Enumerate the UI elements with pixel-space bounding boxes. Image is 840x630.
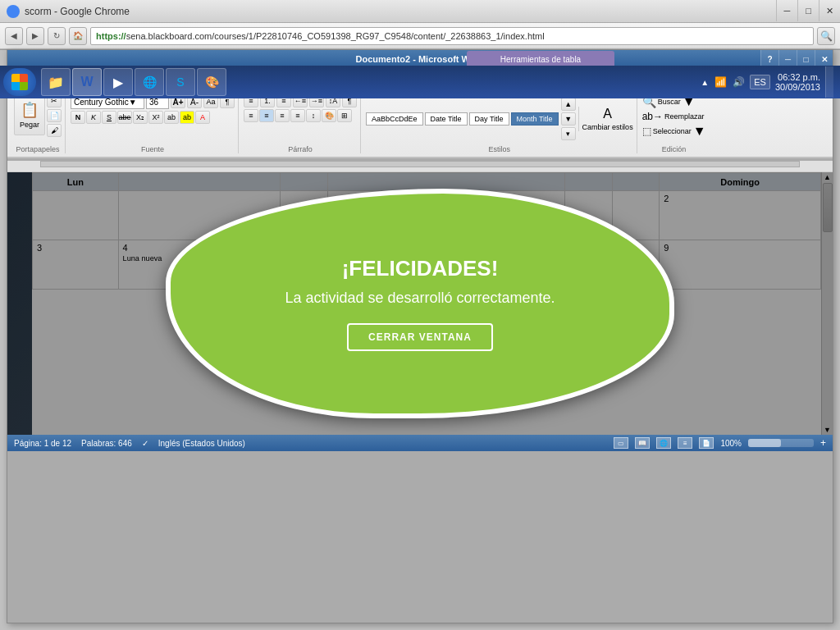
browser-toolbar: ◀ ▶ ↻ 🏠 https:// sena.blackboard.com/cou… — [0, 23, 840, 49]
start-button[interactable] — [3, 68, 36, 96]
statusbar-language: Inglés (Estados Unidos) — [158, 439, 245, 448]
tray-arrow[interactable]: ▲ — [701, 78, 709, 87]
paint-icon: 🎨 — [205, 75, 219, 89]
taskbar: 📁 W ▶ 🌐 S 🎨 ▲ 📶 🔊 ES 06:32 p.m — [0, 66, 840, 98]
justify-button[interactable]: ≡ — [290, 109, 305, 122]
borders-button[interactable]: ⊞ — [337, 109, 352, 122]
taskbar-tray: ▲ 📶 🔊 ES 06:32 p.m. 30/09/2013 — [701, 66, 837, 98]
browser-title: scorm - Google Chrome — [25, 6, 130, 17]
styles-up-button[interactable]: ▲ — [561, 98, 576, 111]
paste-button[interactable]: 📋 Pegar — [14, 94, 45, 135]
align-right-button[interactable]: ≡ — [275, 109, 290, 122]
network-icon[interactable]: 📶 — [714, 75, 727, 89]
search-button[interactable]: 🔍 — [817, 27, 835, 45]
style-aabbcc[interactable]: AaBbCcDdEe — [366, 112, 423, 126]
underline-button[interactable]: S — [102, 111, 116, 124]
page-wrapper: scorm - Google Chrome ─ □ ✕ ◀ ▶ ↻ 🏠 http… — [0, 0, 840, 630]
format-painter-button[interactable]: 🖌 — [47, 124, 62, 137]
highlight-button[interactable]: ab — [180, 111, 194, 124]
italic-button[interactable]: K — [86, 111, 101, 124]
document-area: Lun Domingo — [7, 172, 833, 435]
ribbon-group-editing: 🔍 Buscar▼ ab→ Reemplazar ⬚ Seleccionar▼ … — [639, 91, 710, 153]
close-window-button[interactable]: CERRAR VENTANA — [347, 323, 493, 351]
language-indicator[interactable]: ES — [750, 75, 770, 89]
copy-button[interactable]: 📄 — [47, 109, 62, 122]
font-color-button[interactable]: A — [195, 111, 210, 124]
modal-title: ¡FELICIDADES! — [342, 256, 499, 281]
clock-time: 06:32 p.m. — [775, 72, 820, 82]
statusbar-right: ▭ 📖 🌐 ≡ 📄 100% + — [614, 437, 826, 449]
statusbar-page: Página: 1 de 12 — [14, 439, 71, 448]
style-month-title[interactable]: Month Title — [511, 112, 559, 126]
view-draft-button[interactable]: 📄 — [699, 437, 714, 449]
view-web-button[interactable]: 🌐 — [656, 437, 671, 449]
statusbar-words: Palabras: 646 — [81, 439, 132, 448]
zoom-in-button[interactable]: + — [820, 437, 826, 449]
close-button[interactable]: ✕ — [819, 0, 840, 21]
bold-button[interactable]: N — [71, 111, 85, 124]
browser-titlebar: scorm - Google Chrome ─ □ ✕ — [0, 0, 840, 23]
ribbon-group-paragraph: ≡ 1. ≡ ←≡ →≡ ↕A ¶ ≡ ≡ ≡ ≡ ↕ 🎨 — [240, 91, 361, 153]
chrome-icon: 🌐 — [143, 75, 157, 89]
taskbar-chrome[interactable]: 🌐 — [135, 68, 164, 96]
herramientas-bar: Herramientas de tabla — [467, 51, 614, 67]
text-effects-button[interactable]: ab — [164, 111, 179, 124]
clock-date: 30/09/2013 — [775, 82, 820, 92]
taskbar-paint[interactable]: 🎨 — [197, 68, 226, 96]
taskbar-clock[interactable]: 06:32 p.m. 30/09/2013 — [775, 72, 820, 92]
taskbar-skype[interactable]: S — [166, 68, 195, 96]
ribbon-group-styles: AaBbCcDdEe Date Title Day Title Month Ti… — [363, 91, 637, 153]
address-bar[interactable]: https:// sena.blackboard.com/courses/1/P… — [90, 27, 814, 45]
browser-icon — [7, 5, 20, 18]
zoom-level: 100% — [720, 439, 742, 448]
styles-more-button[interactable]: ▾ — [561, 127, 576, 140]
minimize-button[interactable]: ─ — [776, 0, 797, 21]
view-print-button[interactable]: ▭ — [614, 437, 628, 449]
home-button[interactable]: 🏠 — [69, 27, 87, 45]
styles-down-button[interactable]: ▼ — [561, 112, 576, 126]
word-statusbar: Página: 1 de 12 Palabras: 646 ✓ Inglés (… — [7, 435, 833, 451]
replace-button[interactable]: ab→ Reemplazar — [642, 111, 706, 122]
https-prefix: https:// — [96, 31, 126, 41]
show-desktop-button[interactable] — [825, 66, 833, 98]
subscript-button[interactable]: X₂ — [133, 111, 148, 124]
shading-button[interactable]: 🎨 — [322, 109, 336, 122]
taskbar-word[interactable]: W — [72, 68, 102, 96]
strikethrough-button[interactable]: abe — [117, 111, 132, 124]
modal-subtitle: La actividad se desarrolló correctamente… — [285, 290, 555, 307]
ruler — [7, 161, 833, 172]
word-title: Documento2 - Microsoft Word — [356, 54, 485, 64]
align-left-button[interactable]: ≡ — [244, 109, 258, 122]
url-text: sena.blackboard.com/courses/1/P22810746_… — [126, 31, 545, 41]
window-controls: ─ □ ✕ — [776, 0, 840, 21]
word-icon: W — [80, 75, 93, 89]
refresh-button[interactable]: ↻ — [48, 27, 66, 45]
style-day-title[interactable]: Day Title — [469, 112, 509, 126]
style-date-title[interactable]: Date Title — [425, 112, 468, 126]
modal-overlay: ¡FELICIDADES! La actividad se desarrolló… — [7, 172, 833, 435]
view-outline-button[interactable]: ≡ — [678, 437, 692, 449]
windows-logo-icon — [11, 74, 28, 90]
volume-icon[interactable]: 🔊 — [732, 75, 745, 89]
select-button[interactable]: ⬚ Seleccionar▼ — [642, 124, 706, 139]
taskbar-explorer[interactable]: 📁 — [41, 68, 71, 96]
maximize-button[interactable]: □ — [797, 0, 819, 21]
skype-icon: S — [176, 75, 184, 89]
modal-dialog: ¡FELICIDADES! La actividad se desarrolló… — [166, 189, 674, 418]
media-icon: ▶ — [113, 75, 123, 90]
align-center-button[interactable]: ≡ — [259, 109, 274, 122]
line-spacing-button[interactable]: ↕ — [306, 109, 321, 122]
back-button[interactable]: ◀ — [5, 27, 23, 45]
forward-button[interactable]: ▶ — [26, 27, 44, 45]
zoom-slider[interactable] — [748, 439, 814, 447]
spell-check-icon[interactable]: ✓ — [142, 439, 148, 448]
explorer-icon: 📁 — [48, 75, 64, 90]
superscript-button[interactable]: X² — [148, 111, 163, 124]
ribbon-group-clipboard: 📋 Pegar ✂ 📄 🖌 Portapapeles — [11, 91, 66, 153]
ribbon-group-font: Century Gothic▼ 36 A+ A- Aa ¶ N K S — [67, 91, 239, 153]
word-window: Documento2 - Microsoft Word ? ─ □ ✕ Herr… — [7, 49, 833, 623]
view-full-reading-button[interactable]: 📖 — [635, 437, 650, 449]
taskbar-media[interactable]: ▶ — [103, 68, 133, 96]
change-styles-button[interactable]: Cambiar estilos — [582, 123, 633, 131]
